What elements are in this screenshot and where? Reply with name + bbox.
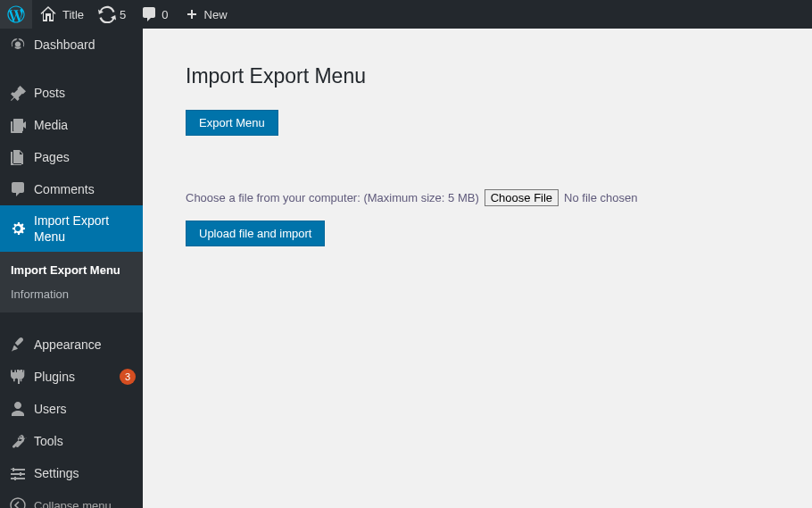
no-file-chosen-text: No file chosen xyxy=(564,191,637,204)
nav-posts[interactable]: Posts xyxy=(0,77,143,109)
nav-label: Plugins xyxy=(34,369,116,385)
page-heading: Import Export Menu xyxy=(186,64,794,88)
nav-label: Appearance xyxy=(34,337,136,353)
main-content: Import Export Menu Export Menu Choose a … xyxy=(143,29,812,508)
export-menu-button[interactable]: Export Menu xyxy=(186,110,278,136)
updates-count: 5 xyxy=(120,8,126,21)
submenu-import-export[interactable]: Import Export Menu xyxy=(0,258,143,282)
wordpress-icon xyxy=(7,5,25,23)
wrench-icon xyxy=(9,432,27,450)
nav-label: Posts xyxy=(34,85,136,101)
collapse-menu[interactable]: Collapse menu xyxy=(0,489,143,508)
nav-pages[interactable]: Pages xyxy=(0,141,143,173)
nav-dashboard[interactable]: Dashboard xyxy=(0,29,143,61)
page-icon xyxy=(9,148,27,166)
comment-icon xyxy=(140,5,158,23)
collapse-icon xyxy=(9,496,27,508)
comments-menu[interactable]: 0 xyxy=(133,0,175,29)
nav-plugins[interactable]: Plugins 3 xyxy=(0,361,143,393)
comments-icon xyxy=(9,180,27,198)
new-label: New xyxy=(204,8,228,21)
media-icon xyxy=(9,116,27,134)
gear-icon xyxy=(9,220,27,237)
nav-label: Tools xyxy=(34,433,136,449)
plugin-update-badge: 3 xyxy=(120,369,136,385)
nav-label: Import Export Menu xyxy=(34,212,136,245)
nav-label: Users xyxy=(34,401,136,417)
wordpress-logo[interactable] xyxy=(0,0,32,29)
update-icon xyxy=(98,5,116,23)
sliders-icon xyxy=(9,464,27,482)
submenu-information[interactable]: Information xyxy=(0,282,143,306)
nav-label: Settings xyxy=(34,465,136,481)
nav-label: Dashboard xyxy=(34,37,136,53)
plus-icon xyxy=(183,5,201,23)
nav-settings[interactable]: Settings xyxy=(0,457,143,489)
nav-label: Comments xyxy=(34,181,136,197)
nav-label: Media xyxy=(34,117,136,133)
site-menu[interactable]: Title xyxy=(32,0,91,29)
nav-label: Pages xyxy=(34,149,136,165)
pin-icon xyxy=(9,84,27,102)
nav-appearance[interactable]: Appearance xyxy=(0,329,143,361)
nav-media[interactable]: Media xyxy=(0,109,143,141)
nav-submenu: Import Export Menu Information xyxy=(0,252,143,312)
nav-tools[interactable]: Tools xyxy=(0,425,143,457)
nav-users[interactable]: Users xyxy=(0,393,143,425)
dashboard-icon xyxy=(9,36,27,54)
home-icon xyxy=(39,5,57,23)
choose-file-button[interactable]: Choose File xyxy=(485,189,559,206)
updates-menu[interactable]: 5 xyxy=(91,0,133,29)
site-title: Title xyxy=(62,8,84,21)
comments-count: 0 xyxy=(162,8,168,21)
plugin-icon xyxy=(9,368,27,386)
upload-import-button[interactable]: Upload file and import xyxy=(186,221,325,246)
new-content-menu[interactable]: New xyxy=(176,0,235,29)
user-icon xyxy=(9,400,27,418)
choose-file-label: Choose a file from your computer: (Maxim… xyxy=(186,191,479,204)
brush-icon xyxy=(9,336,27,354)
collapse-label: Collapse menu xyxy=(34,499,112,508)
nav-comments[interactable]: Comments xyxy=(0,173,143,205)
nav-import-export-menu[interactable]: Import Export Menu xyxy=(0,205,143,252)
